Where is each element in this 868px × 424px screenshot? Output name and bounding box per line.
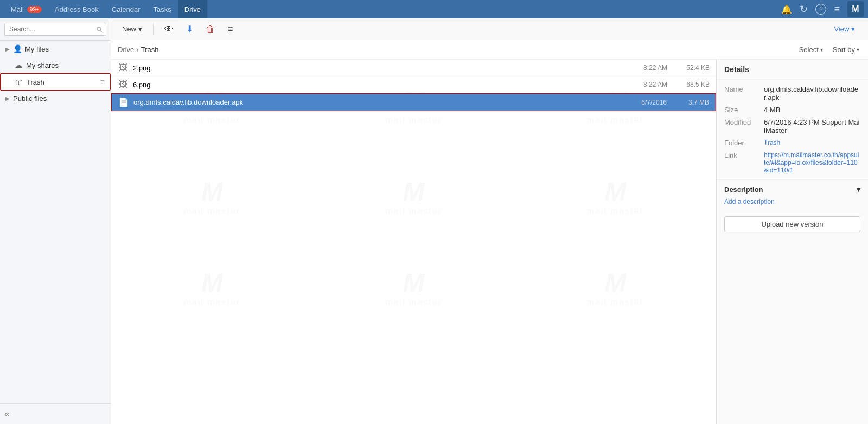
new-button[interactable]: New ▾: [118, 23, 146, 35]
file-date-apk: 6/7/2016: [623, 99, 667, 106]
nav-address-book-label: Address Book: [55, 5, 99, 14]
detail-name-label: Name: [724, 85, 760, 101]
file-icon-apk: 📄: [118, 97, 129, 107]
sidebar-label-trash: Trash: [27, 78, 44, 86]
topbar-right: 🔔 ↻ ? ≡ M: [781, 1, 864, 17]
nav-drive[interactable]: Drive: [178, 0, 207, 18]
file-row-apk[interactable]: 📄 org.dmfs.caldav.lib.downloader.apk 6/7…: [111, 93, 716, 111]
mail-badge: 99+: [27, 6, 42, 13]
download-icon: ⬇: [186, 24, 193, 34]
sidebar-label-public-files: Public files: [13, 94, 47, 102]
detail-size-label: Size: [724, 106, 760, 114]
refresh-icon[interactable]: ↻: [800, 3, 808, 15]
add-description-link[interactable]: Add a description: [724, 198, 860, 205]
detail-modified-value: 6/7/2016 4:23 PM Support MailMaster: [764, 118, 860, 134]
nav-calendar-label: Calendar: [112, 5, 141, 14]
details-panel: Details Name org.dmfs.caldav.lib.downloa…: [716, 60, 868, 424]
nav-calendar[interactable]: Calendar: [105, 0, 147, 18]
sidebar-collapse-btn[interactable]: «: [0, 403, 111, 424]
detail-size-value: 4 MB: [764, 106, 780, 114]
file-name-apk: org.dmfs.caldav.lib.downloader.apk: [133, 98, 619, 106]
toolbar-divider-1: [153, 24, 154, 35]
nav-tasks-label: Tasks: [154, 5, 171, 14]
sidebar-item-public-files[interactable]: ▶ Public files: [0, 91, 111, 106]
expand-arrow-public-files: ▶: [5, 95, 10, 101]
detail-modified-label: Modified: [724, 118, 760, 134]
select-label: Select: [799, 46, 819, 54]
detail-link-value[interactable]: https://m.mailmaster.co.th/appsuite/#l&a…: [764, 151, 860, 174]
download-button[interactable]: ⬇: [182, 22, 197, 36]
main-layout: ▶ 👤 My files ☁ My shares 🗑 Trash ≡ ▶ Pub…: [0, 18, 868, 424]
filelist-controls: Select ▾ Sort by ▾: [797, 44, 861, 55]
content-area: New ▾ 👁 ⬇ 🗑 ≡ View ▾ Drive ›: [111, 18, 868, 424]
file-row-6png[interactable]: 🖼 6.png 8:22 AM 68.5 KB: [111, 76, 716, 93]
nav-address-book[interactable]: Address Book: [48, 0, 105, 18]
toolbar: New ▾ 👁 ⬇ 🗑 ≡ View ▾: [111, 18, 868, 40]
description-header[interactable]: Description ▾: [724, 185, 860, 194]
sort-button[interactable]: Sort by ▾: [831, 44, 861, 55]
trash-icon: 🗑: [15, 78, 23, 86]
filelist-header: Drive › Trash Select ▾ Sort by ▾: [111, 40, 868, 60]
cloud-icon: ☁: [14, 61, 23, 69]
details-title: Details: [717, 60, 868, 80]
detail-link-row: Link https://m.mailmaster.co.th/appsuite…: [724, 151, 860, 174]
file-size-apk: 3.7 MB: [671, 99, 709, 106]
upload-new-version-button[interactable]: Upload new version: [724, 216, 860, 232]
select-arrow: ▾: [820, 47, 823, 53]
nav-drive-label: Drive: [184, 5, 201, 14]
sidebar: ▶ 👤 My files ☁ My shares 🗑 Trash ≡ ▶ Pub…: [0, 18, 111, 424]
wm-7: M mail master: [111, 242, 313, 333]
detail-name-value: org.dmfs.caldav.lib.downloader.apk: [764, 85, 860, 101]
search-input[interactable]: [4, 23, 106, 36]
more-menu-button[interactable]: ≡: [224, 22, 237, 36]
file-size-2png: 52.4 KB: [672, 64, 710, 72]
bell-icon[interactable]: 🔔: [781, 4, 792, 15]
detail-size-row: Size 4 MB: [724, 106, 860, 114]
filelist: M mail master M mail master M mail maste…: [111, 60, 716, 424]
topbar-nav: Mail 99+ Address Book Calendar Tasks Dri…: [4, 0, 781, 18]
detail-folder-label: Folder: [724, 139, 760, 147]
trash-menu-icon[interactable]: ≡: [100, 78, 105, 86]
details-description: Description ▾ Add a description: [717, 179, 868, 211]
sort-label: Sort by: [833, 46, 855, 54]
nav-mail-label: Mail: [11, 5, 24, 14]
watermark: M mail master M mail master M mail maste…: [111, 60, 716, 424]
view-toggle-button[interactable]: 👁: [160, 22, 177, 36]
wm-5: M mail master: [313, 151, 515, 242]
breadcrumb-current: Trash: [141, 46, 159, 54]
file-name-6png: 6.png: [133, 81, 620, 89]
file-size-6png: 68.5 KB: [672, 81, 710, 88]
description-title: Description: [724, 185, 763, 194]
delete-button[interactable]: 🗑: [202, 22, 219, 36]
sidebar-search-container: [0, 18, 111, 41]
main-menu-icon[interactable]: ≡: [834, 4, 840, 15]
new-dropdown-arrow: ▾: [138, 25, 142, 33]
nav-mail[interactable]: Mail 99+: [4, 0, 48, 18]
detail-folder-row: Folder Trash: [724, 139, 860, 147]
view-link[interactable]: View ▾: [827, 22, 861, 36]
topbar: Mail 99+ Address Book Calendar Tasks Dri…: [0, 0, 868, 18]
breadcrumb-sep: ›: [136, 46, 138, 54]
sort-arrow: ▾: [857, 47, 859, 53]
wm-8: M mail master: [313, 242, 515, 333]
expand-arrow-my-files: ▶: [5, 46, 10, 52]
sidebar-label-my-shares: My shares: [26, 61, 59, 69]
sidebar-item-trash[interactable]: 🗑 Trash ≡: [0, 73, 111, 91]
filelist-body-container: M mail master M mail master M mail maste…: [111, 60, 868, 424]
nav-tasks[interactable]: Tasks: [147, 0, 178, 18]
select-button[interactable]: Select ▾: [797, 44, 825, 55]
file-row-2png[interactable]: 🖼 2.png 8:22 AM 52.4 KB: [111, 60, 716, 76]
help-icon[interactable]: ?: [815, 4, 826, 15]
detail-folder-value[interactable]: Trash: [764, 139, 780, 147]
detail-link-label: Link: [724, 151, 760, 174]
sidebar-label-my-files: My files: [25, 45, 49, 53]
more-menu-icon: ≡: [228, 24, 233, 34]
new-label: New: [122, 25, 136, 33]
eye-icon: 👁: [164, 24, 173, 34]
delete-icon: 🗑: [206, 24, 215, 34]
wm-9: M mail master: [514, 242, 716, 333]
wm-4: M mail master: [111, 151, 313, 242]
breadcrumb-root: Drive: [118, 46, 134, 54]
sidebar-item-my-shares[interactable]: ☁ My shares: [0, 57, 111, 73]
sidebar-item-my-files[interactable]: ▶ 👤 My files: [0, 41, 111, 57]
